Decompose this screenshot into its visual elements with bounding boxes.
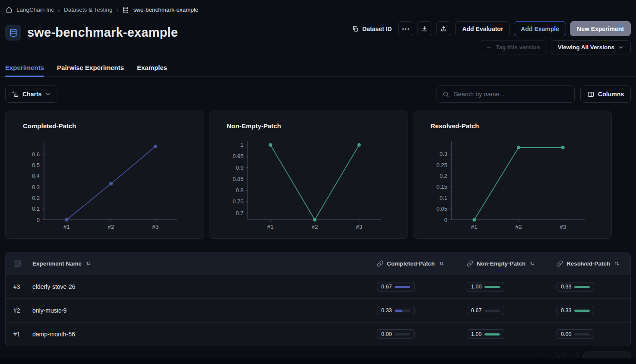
columns-button[interactable]: Columns	[580, 85, 631, 103]
svg-text:0.4: 0.4	[32, 173, 40, 179]
header-cell-select	[13, 260, 32, 267]
metric-pill: 1.00	[467, 329, 504, 339]
dataset-icon-badge	[5, 25, 21, 41]
charts-row: Completed-Patch00.10.20.30.40.50.6#1#2#3…	[5, 111, 631, 239]
svg-text:0.3: 0.3	[440, 151, 447, 157]
plus-icon	[486, 44, 492, 51]
new-experiment-button[interactable]: New Experiment	[570, 21, 631, 36]
sort-icon[interactable]	[85, 260, 92, 267]
sort-icon[interactable]	[438, 260, 445, 267]
page-header: swe-benchmark-example Dataset ID ⋯	[5, 21, 631, 54]
breadcrumb-section[interactable]: Datasets & Testing	[64, 6, 112, 13]
metric-pill: 0.67	[467, 306, 504, 315]
svg-text:1: 1	[240, 142, 244, 148]
metric-pill: 0.67	[377, 282, 415, 291]
svg-text:#3: #3	[356, 224, 362, 230]
dataset-id-button[interactable]: Dataset ID	[349, 21, 394, 36]
svg-text:0.15: 0.15	[437, 184, 447, 190]
link-icon	[557, 260, 563, 267]
breadcrumb-page: swe-benchmark-example	[133, 6, 198, 13]
chart-title: Resolved-Patch	[430, 122, 611, 130]
bottom-strip	[0, 358, 636, 364]
metric-bar	[574, 333, 590, 336]
chart-card-completed-patch: Completed-Patch00.10.20.30.40.50.6#1#2#3	[5, 111, 204, 239]
experiments-table: Experiment Name Completed-Patch Non-Empt	[5, 252, 631, 346]
tab-pairwise-experiments[interactable]: Pairwise Experiments	[57, 61, 124, 76]
metric-value: 0.33	[381, 307, 392, 313]
header-cell-non-empty-patch[interactable]: Non-Empty-Patch	[462, 260, 551, 267]
metric-value: 1.00	[471, 284, 481, 290]
svg-text:0.8: 0.8	[236, 187, 244, 193]
svg-text:0.1: 0.1	[32, 206, 40, 212]
download-button[interactable]	[417, 21, 432, 36]
database-icon	[122, 6, 129, 13]
add-evaluator-button[interactable]: Add Evaluator	[455, 21, 510, 36]
more-options-button[interactable]: ⋯	[398, 21, 413, 36]
svg-text:#2: #2	[108, 224, 114, 230]
search-box	[437, 85, 575, 103]
metric-value: 0.00	[381, 331, 392, 337]
add-example-button[interactable]: Add Example	[514, 21, 566, 36]
metric-bar	[395, 286, 410, 288]
copy-icon	[352, 25, 359, 32]
link-icon	[377, 260, 383, 267]
breadcrumb: LangChain Inc › Datasets & Testing › swe…	[5, 0, 631, 13]
header-cell-resolved-patch[interactable]: Resolved-Patch	[551, 260, 630, 267]
tab-experiments[interactable]: Experiments	[5, 61, 44, 76]
select-all-checkbox[interactable]	[14, 260, 21, 267]
table-row[interactable]: #1damp-month-560.001.000.00	[6, 322, 630, 346]
viewing-versions-dropdown[interactable]: Viewing All Versions	[551, 40, 631, 54]
table-row[interactable]: #2only-music-90.330.670.33	[6, 298, 630, 322]
toolbar-right: Columns	[437, 85, 631, 103]
metric-pill: 0.00	[557, 329, 594, 339]
metric-value: 0.33	[561, 307, 571, 313]
experiment-index: #2	[13, 307, 20, 314]
svg-text:#1: #1	[471, 224, 478, 230]
metric-pill: 1.00	[467, 282, 504, 291]
tab-examples[interactable]: Examples	[137, 61, 167, 76]
toolbar: Charts Columns	[5, 85, 631, 103]
svg-text:0.2: 0.2	[32, 195, 40, 201]
download-icon	[421, 25, 428, 32]
header-cell-name[interactable]: Experiment Name	[32, 260, 372, 267]
experiment-name[interactable]: elderly-stove-26	[32, 283, 76, 290]
metric-bar	[484, 286, 500, 288]
svg-text:0.7: 0.7	[236, 210, 244, 216]
charts-dropdown-button[interactable]: Charts	[5, 85, 57, 103]
upload-icon	[440, 25, 447, 32]
home-icon[interactable]	[5, 6, 13, 13]
sort-icon[interactable]	[529, 260, 535, 267]
svg-text:0.25: 0.25	[437, 162, 447, 168]
metric-pill: 0.00	[377, 329, 415, 339]
sort-icon[interactable]	[614, 260, 620, 267]
columns-icon	[587, 91, 595, 98]
svg-text:0.85: 0.85	[233, 176, 244, 182]
upload-button[interactable]	[436, 21, 451, 36]
svg-text:#2: #2	[312, 224, 318, 230]
header-actions: Dataset ID ⋯ Add Evaluator Add Example	[349, 21, 631, 54]
tag-version-button[interactable]: Tag this version	[479, 40, 547, 54]
header-cell-completed-patch[interactable]: Completed-Patch	[372, 260, 462, 267]
svg-text:#1: #1	[267, 224, 274, 230]
experiment-index: #3	[13, 283, 20, 290]
metric-value: 0.67	[381, 284, 392, 290]
metric-value: 0.67	[471, 307, 481, 313]
metric-bar	[395, 310, 410, 312]
bar-chart-icon	[12, 91, 19, 98]
svg-text:0.6: 0.6	[32, 151, 40, 158]
experiment-index: #1	[13, 331, 20, 338]
breadcrumb-org[interactable]: LangChain Inc	[16, 6, 54, 13]
metric-pill: 0.33	[557, 306, 594, 315]
metric-bar	[484, 310, 500, 312]
search-input[interactable]	[454, 91, 569, 98]
chart-card-resolved-patch: Resolved-Patch00.050.10.150.20.250.3#1#2…	[413, 111, 612, 239]
table-row[interactable]: #3elderly-stove-260.671.000.33	[6, 275, 630, 298]
page-title: swe-benchmark-example	[27, 25, 178, 40]
experiment-name[interactable]: only-music-9	[32, 307, 66, 314]
experiment-name[interactable]: damp-month-56	[32, 331, 75, 338]
line-chart: 00.10.20.30.40.50.6#1#2#3	[6, 130, 200, 234]
tab-bar: ExperimentsPairwise ExperimentsExamples	[0, 61, 636, 77]
svg-text:0: 0	[37, 217, 40, 223]
svg-text:#3: #3	[560, 224, 566, 230]
table-header-row: Experiment Name Completed-Patch Non-Empt	[6, 252, 630, 275]
